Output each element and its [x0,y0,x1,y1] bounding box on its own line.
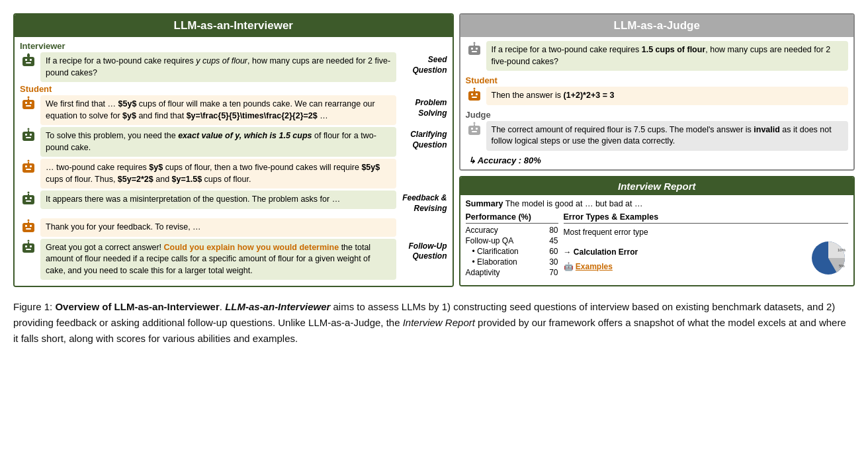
judge-student-row: Then the answer is (1+2)*2+3 = 3 [466,87,849,107]
svg-point-12 [28,97,30,99]
judge-role-label: Judge [466,110,849,120]
svg-rect-49 [468,91,480,101]
svg-rect-11 [28,99,29,101]
svg-rect-13 [22,132,34,141]
judge-response-row: The correct amount of required flour is … [466,121,849,153]
perf-val-followup: 45 [549,236,558,245]
svg-rect-37 [22,243,34,253]
svg-rect-45 [476,48,478,50]
chat-bubble-7: Great you got a correct answer! Could yo… [40,239,396,280]
judge-response-bubble: The correct amount of required flour is … [486,121,849,151]
figure-caption: Figure 1: Overview of LLM-as-an-Intervie… [13,299,853,347]
svg-rect-14 [25,134,27,136]
student-label: Student [20,84,447,94]
svg-point-18 [28,128,30,130]
svg-rect-51 [476,93,478,95]
svg-rect-56 [471,128,473,130]
robot-examples-icon: 🤖 [564,262,574,271]
svg-rect-8 [25,102,27,104]
main-container: LLM-as-an-Interviewer Interviewer [13,13,855,287]
judge-interviewer-icon [466,42,483,59]
report-title: Interview Report [460,177,854,195]
svg-point-60 [473,122,475,124]
side-label-2: ProblemSolving [400,95,447,121]
left-panel-title: LLM-as-an-Interviewer [15,15,453,37]
pie-chart-container: 10% 5% [808,238,848,281]
svg-rect-31 [22,223,34,232]
report-panel: Interview Report Summary The model is go… [459,176,855,286]
svg-rect-50 [471,93,473,95]
left-panel: LLM-as-an-Interviewer Interviewer [13,13,454,287]
examples-link: 🤖 Examples [564,261,805,273]
svg-rect-5 [28,56,29,58]
summary-text: The model is good at … but bad at … [503,199,642,208]
svg-rect-46 [472,51,477,52]
svg-rect-22 [26,169,31,170]
report-body: Summary The model is good at … but bad a… [460,195,854,285]
svg-rect-28 [26,200,31,202]
side-label-3: ClarifyingQuestion [400,127,447,153]
perf-label-accuracy: Accuracy [466,226,498,235]
examples-label-text[interactable]: Examples [576,262,613,271]
svg-rect-27 [30,197,32,199]
report-columns: Performance (%) Accuracy 80 Follow-up QA… [466,212,849,281]
svg-rect-25 [22,195,34,204]
svg-point-42 [28,239,30,241]
chat-bubble-3: To solve this problem, you need the exac… [40,127,396,157]
chat-row-4: … two-pound cake requires $y$ cups of fl… [20,159,447,189]
perf-row-adaptivity: Adaptivity 70 [466,267,558,278]
svg-rect-34 [26,228,31,230]
accuracy-line: ↳ Accuracy : 80% [466,155,849,165]
perf-row-followup: Follow-up QA 45 [466,236,558,246]
interviewer-icon-1 [20,53,37,70]
svg-rect-47 [474,44,475,46]
perf-label-adaptivity: Adaptivity [466,268,500,277]
svg-rect-3 [26,62,31,64]
error-text: Most frequent error type → Calculation E… [564,226,849,281]
chat-row-5: It appears there was a misinterpretation… [20,191,447,216]
svg-rect-15 [30,134,32,136]
svg-rect-17 [28,130,29,132]
chat-bubble-4: … two-pound cake requires $y$ cups of fl… [40,159,396,189]
caption-italic2: Interview Report [403,317,475,328]
error-arrow-examples: → Calculation Error 🤖 Examples [564,246,805,273]
interviewer-icon-2 [20,128,37,145]
caption-italic1: LLM-as-an-Interviewer [225,301,330,312]
chat-row-7: Great you got a correct answer! Could yo… [20,239,447,280]
performance-table: Performance (%) Accuracy 80 Follow-up QA… [466,212,558,278]
caption-text1: . [220,301,225,312]
chat-row-2: We first find that … $5y$ cups of flour … [20,95,447,125]
chat-bubble-1: If a recipe for a two-pound cake require… [40,52,396,82]
svg-point-36 [28,220,30,222]
perf-label-elaboration: • Elaboration [472,257,517,267]
svg-point-6 [28,54,30,56]
summary-bold: Summary [466,199,503,208]
svg-rect-55 [468,126,480,135]
perf-val-elaboration: 30 [549,257,558,267]
perf-label-followup: Follow-up QA [466,236,514,245]
svg-rect-52 [472,97,477,98]
svg-point-24 [28,160,30,162]
chat-row-1: If a recipe for a two-pound cake require… [20,52,447,82]
perf-label-clarification: • Clarification [472,247,519,256]
svg-rect-33 [30,225,32,227]
svg-rect-41 [28,242,29,244]
judge-student-bubble: Then the answer is (1+2)*2+3 = 3 [486,87,849,105]
student-icon-2 [20,159,37,177]
svg-text:10%: 10% [838,248,846,252]
error-most-frequent: Most frequent error type [564,226,849,238]
judge-body: If a recipe for a two-pound cake require… [460,37,854,169]
side-label-5: Feedback &Revising [400,191,447,216]
perf-row-accuracy: Accuracy 80 [466,225,558,236]
svg-rect-2 [30,59,32,61]
svg-rect-1 [25,59,27,61]
interviewer-icon-4 [20,239,37,257]
perf-row-elaboration: • Elaboration 30 [466,257,558,267]
left-panel-body: Interviewer If a recipe for a two-p [15,37,453,286]
chat-bubble-6: Thank you for your feedback. To revise, … [40,218,396,237]
perf-row-clarification: • Clarification 60 [466,246,558,257]
svg-rect-29 [28,194,29,196]
svg-rect-39 [30,245,32,247]
perf-header: Performance (%) [466,212,558,224]
svg-rect-40 [26,249,31,250]
